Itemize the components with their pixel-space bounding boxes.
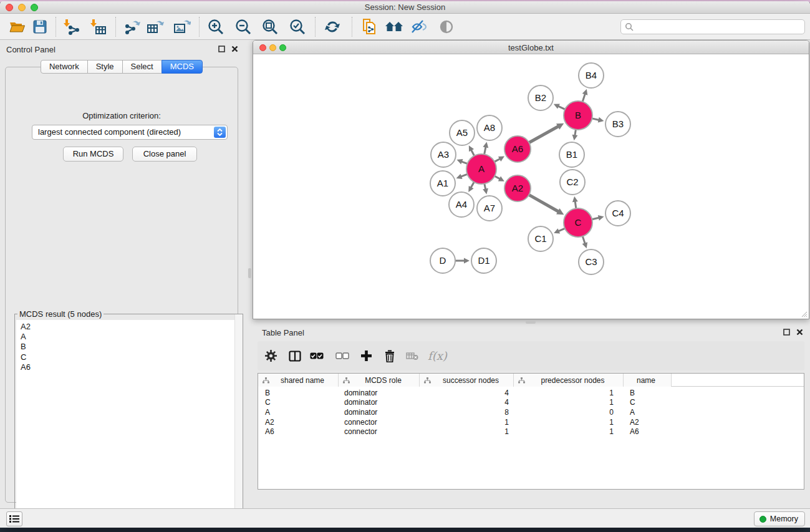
- save-session-icon[interactable]: [31, 17, 49, 37]
- export-table-icon[interactable]: [146, 17, 165, 37]
- mcds-result-item[interactable]: B: [16, 342, 241, 352]
- import-network-icon[interactable]: [62, 17, 81, 37]
- graph-edge-A-A6[interactable]: [495, 159, 499, 162]
- tab-select[interactable]: Select: [122, 60, 162, 74]
- show-columns-icon[interactable]: [289, 351, 301, 362]
- graph-edge-B-B2[interactable]: [559, 107, 564, 109]
- graph-edge-A-A7[interactable]: [485, 184, 485, 188]
- table-cell[interactable]: dominator: [339, 408, 420, 417]
- zoom-selected-icon[interactable]: [288, 17, 307, 37]
- graph-edge-C-C1[interactable]: [559, 229, 564, 231]
- export-network-icon[interactable]: [123, 17, 142, 37]
- graph-edge-C-C4[interactable]: [592, 218, 598, 219]
- table-cell[interactable]: A6: [258, 427, 339, 436]
- function-builder-icon[interactable]: f(x): [428, 349, 447, 362]
- table-cell[interactable]: A: [624, 408, 672, 417]
- graph-edge-A2-C[interactable]: [529, 195, 558, 211]
- search-field[interactable]: [620, 19, 805, 34]
- table-cell[interactable]: 1: [514, 398, 624, 407]
- table-cell[interactable]: 1: [514, 427, 624, 436]
- add-column-icon[interactable]: [361, 351, 372, 361]
- graph-edge-A-A4[interactable]: [471, 183, 474, 187]
- column-header-predecessor-nodes[interactable]: predecessor nodes: [514, 374, 624, 387]
- table-cell[interactable]: 0: [514, 408, 624, 417]
- hide-glasses-icon[interactable]: [410, 17, 428, 37]
- zoom-in-icon[interactable]: [206, 17, 225, 37]
- table-cell[interactable]: B: [258, 389, 339, 397]
- zoom-fit-icon[interactable]: [261, 17, 279, 37]
- close-panel-icon[interactable]: [796, 329, 803, 336]
- select-all-icon[interactable]: [310, 352, 324, 359]
- table-row[interactable]: A6connector11A6: [258, 427, 804, 437]
- graph-edge-B-B1[interactable]: [575, 130, 576, 135]
- tab-style[interactable]: Style: [87, 60, 123, 74]
- graph-edge-A-A3[interactable]: [462, 162, 467, 163]
- table-cell[interactable]: dominator: [339, 389, 420, 397]
- table-cell[interactable]: 4: [420, 389, 514, 397]
- table-cell[interactable]: dominator: [339, 398, 420, 407]
- tab-mcds[interactable]: MCDS: [162, 60, 203, 74]
- graph-edge-A6-B[interactable]: [529, 127, 557, 142]
- table-cell[interactable]: 1: [514, 389, 624, 397]
- close-panel-icon[interactable]: [231, 46, 238, 52]
- delete-column-trash-icon[interactable]: [384, 350, 395, 362]
- criterion-dropdown[interactable]: largest connected component (directed): [32, 125, 228, 140]
- graph-edge-A-A2[interactable]: [495, 177, 499, 179]
- task-history-button[interactable]: [6, 511, 22, 526]
- mcds-result-item[interactable]: A2: [16, 320, 241, 332]
- float-panel-icon[interactable]: [783, 329, 790, 336]
- resize-grip[interactable]: [800, 310, 808, 317]
- mcds-result-item[interactable]: A6: [16, 362, 241, 372]
- table-cell[interactable]: A6: [624, 427, 672, 436]
- column-header-name[interactable]: name: [624, 374, 672, 387]
- table-cell[interactable]: 4: [420, 398, 514, 407]
- table-cell[interactable]: C: [624, 398, 672, 407]
- table-cell[interactable]: A2: [258, 418, 339, 427]
- table-settings-gear-icon[interactable]: [264, 349, 277, 362]
- result-scrollbar[interactable]: [234, 314, 243, 508]
- column-header-mcds-role[interactable]: MCDS role: [339, 374, 420, 387]
- table-row[interactable]: A2connector11A2: [258, 417, 804, 427]
- table-cell[interactable]: 8: [420, 408, 514, 417]
- table-cell[interactable]: connector: [339, 427, 420, 436]
- table-row[interactable]: Bdominator41B: [258, 388, 804, 398]
- table-cell[interactable]: B: [624, 389, 672, 397]
- table-row[interactable]: Adominator80A: [258, 407, 804, 417]
- home-icon[interactable]: [385, 17, 403, 37]
- graph-edge-A-A1[interactable]: [461, 175, 467, 177]
- graph-edge-A-A8[interactable]: [485, 147, 486, 153]
- graph-edge-B-B3[interactable]: [592, 118, 598, 120]
- graph-edge-A-A5[interactable]: [471, 150, 474, 155]
- horizontal-splitter-handle[interactable]: [526, 321, 536, 324]
- vertical-splitter-handle[interactable]: [248, 268, 251, 278]
- table-cell[interactable]: 1: [514, 418, 624, 427]
- search-input[interactable]: [636, 21, 804, 33]
- table-cell[interactable]: 1: [420, 418, 514, 427]
- table-cell[interactable]: 1: [420, 427, 514, 436]
- duplicate-network-icon[interactable]: [360, 17, 379, 37]
- table-cell[interactable]: A2: [624, 418, 672, 427]
- memory-button[interactable]: Memory: [754, 511, 805, 526]
- deselect-all-icon[interactable]: [335, 352, 349, 359]
- table-cell[interactable]: connector: [339, 418, 420, 427]
- mcds-result-item[interactable]: A: [16, 332, 241, 342]
- graph-edge-B-B4[interactable]: [582, 94, 585, 101]
- open-session-icon[interactable]: [8, 17, 27, 37]
- table-cell[interactable]: A: [258, 408, 339, 417]
- graph-edge-C-C3[interactable]: [583, 237, 585, 243]
- tab-network[interactable]: Network: [41, 60, 88, 74]
- graph-edge-C-C2[interactable]: [575, 202, 576, 208]
- table-row[interactable]: Cdominator41C: [258, 398, 804, 408]
- run-mcds-button[interactable]: Run MCDS: [63, 147, 123, 162]
- refresh-view-icon[interactable]: [323, 17, 342, 37]
- import-table-icon[interactable]: [89, 17, 108, 37]
- column-header-shared-name[interactable]: shared name: [258, 374, 339, 387]
- table-cell[interactable]: C: [258, 398, 339, 407]
- zoom-out-icon[interactable]: [234, 17, 253, 37]
- close-panel-button[interactable]: Close panel: [132, 147, 197, 162]
- column-header-successor-nodes[interactable]: successor nodes: [420, 374, 514, 387]
- float-panel-icon[interactable]: [218, 46, 225, 52]
- eye-icon[interactable]: [437, 17, 456, 37]
- network-graph[interactable]: B4B2BB3A5A8A6B1A3AC2A1A2A4A7C4CC1C3DD1: [253, 54, 809, 319]
- export-image-icon[interactable]: [173, 17, 191, 37]
